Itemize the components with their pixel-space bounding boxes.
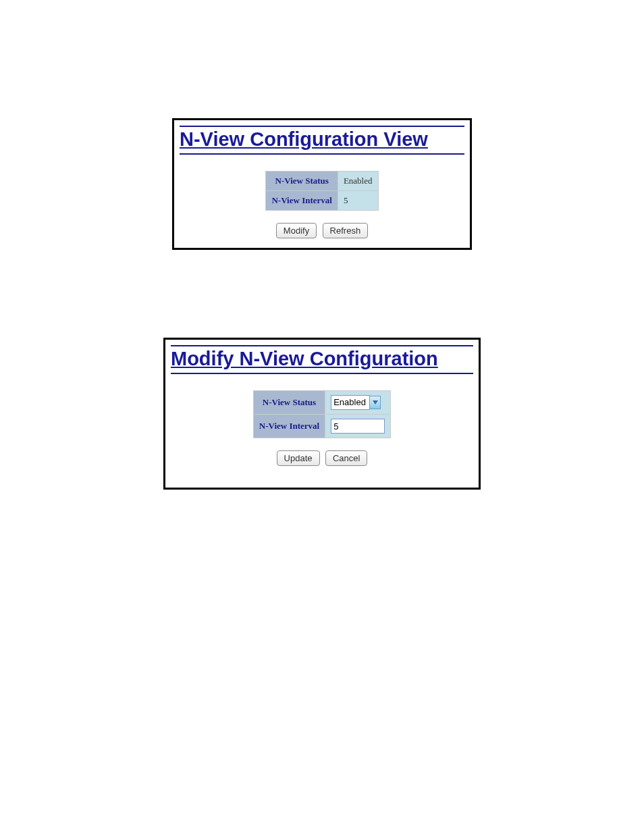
nview-status-value: Enabled: [338, 172, 378, 191]
button-row: Update Cancel: [165, 450, 479, 466]
nview-status-label: N-View Status: [253, 391, 325, 415]
dropdown-arrow-icon[interactable]: [369, 396, 381, 409]
panel-title: N-View Configuration View: [180, 128, 428, 150]
modify-button[interactable]: Modify: [276, 223, 317, 238]
panel-title-bar: Modify N-View Configuration: [171, 345, 473, 374]
panel-title: Modify N-View Configuration: [171, 348, 438, 369]
panel-title-bar: N-View Configuration View: [180, 126, 464, 155]
table-row: N-View Interval 5: [266, 191, 378, 211]
nview-interval-input-cell: [325, 415, 391, 438]
nview-interval-label: N-View Interval: [253, 415, 325, 438]
table-row: N-View Status Enabled: [253, 391, 390, 415]
table-row: N-View Status Enabled: [266, 172, 378, 191]
button-row: Modify Refresh: [174, 223, 470, 238]
table-row: N-View Interval: [253, 415, 390, 438]
nview-status-label: N-View Status: [266, 172, 338, 191]
refresh-button[interactable]: Refresh: [323, 223, 369, 238]
nview-status-select[interactable]: Enabled: [331, 395, 370, 410]
config-modify-table: N-View Status Enabled N-View Interval: [253, 390, 391, 438]
nview-interval-label: N-View Interval: [266, 191, 338, 211]
modify-nview-configuration-panel: Modify N-View Configuration N-View Statu…: [163, 338, 481, 490]
update-button[interactable]: Update: [277, 450, 320, 466]
nview-configuration-view-panel: N-View Configuration View N-View Status …: [172, 118, 472, 250]
nview-status-input-cell: Enabled: [325, 391, 391, 415]
nview-interval-value: 5: [338, 191, 378, 211]
nview-interval-input[interactable]: [331, 419, 385, 434]
cancel-button[interactable]: Cancel: [325, 450, 367, 466]
config-view-table: N-View Status Enabled N-View Interval 5: [265, 171, 378, 211]
svg-marker-0: [373, 400, 378, 405]
